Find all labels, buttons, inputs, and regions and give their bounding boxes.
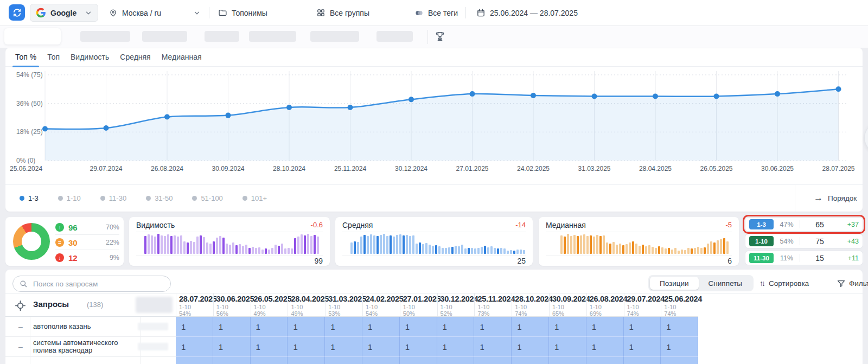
position-cell[interactable]: 1 [512, 317, 549, 337]
position-cell[interactable]: 1 [288, 337, 325, 357]
column-header-28.04.2025[interactable]: 28.04.20251-1049% [288, 293, 325, 317]
redacted-cell [138, 323, 168, 330]
position-cell[interactable] [251, 357, 288, 364]
average-position-card[interactable]: Средняя -14 25 [335, 217, 533, 266]
legend-item-1-10[interactable]: 1-10 [58, 194, 81, 202]
position-cell[interactable] [474, 357, 512, 364]
position-cell[interactable] [586, 357, 624, 364]
chart-tab-2[interactable]: Видимость [71, 48, 109, 67]
toponyms-button[interactable]: Топонимы [218, 0, 267, 25]
position-cell[interactable] [400, 357, 437, 364]
query-search[interactable] [12, 276, 171, 292]
position-cell[interactable]: 1 [512, 337, 549, 357]
position-cell[interactable]: 1 [474, 337, 512, 357]
column-header-30.09.2024[interactable]: 30.09.20241-1065% [549, 293, 586, 317]
column-header-28.07.2025[interactable]: 28.07.20251-1054% [176, 293, 213, 317]
position-cell[interactable]: 1 [325, 337, 362, 357]
positions-tab[interactable]: Позиции [650, 277, 699, 290]
position-cell[interactable] [213, 357, 251, 364]
position-cell[interactable] [437, 357, 475, 364]
column-header-30.06.2025[interactable]: 30.06.20251-1056% [213, 293, 251, 317]
column-header-31.03.2025[interactable]: 31.03.20251-1053% [325, 293, 362, 317]
position-cell[interactable] [325, 357, 362, 364]
position-cell[interactable]: 1 [213, 337, 251, 357]
sort-button[interactable]: ↑↓ Сортировка [760, 275, 809, 291]
position-cell[interactable]: 1 [176, 317, 213, 337]
column-header-29.07.2024[interactable]: 29.07.20241-1074% [624, 293, 661, 317]
position-cell[interactable] [549, 357, 586, 364]
median-position-card[interactable]: Медианная -5 6 [539, 217, 739, 266]
position-cell[interactable]: 1 [362, 317, 400, 337]
position-cell[interactable]: 1 [549, 337, 586, 357]
position-cell[interactable] [661, 357, 698, 364]
position-cell[interactable] [288, 357, 325, 364]
position-cell[interactable]: 1 [586, 317, 624, 337]
column-header-25.06.2024[interactable]: 25.06.20241-1074% [661, 293, 698, 317]
top-percent-chart[interactable]: 54% (75)36% (50)18% (25)0% (0)25.06.2024… [5, 67, 863, 182]
spark-bar [167, 234, 169, 254]
position-cell[interactable]: 1 [213, 317, 251, 337]
position-cell[interactable]: 1 [624, 317, 661, 337]
chart-tab-1[interactable]: Топ [47, 48, 60, 67]
top-range-row-1-3[interactable]: 1-347%65+37 [745, 217, 863, 232]
position-cell[interactable]: 1 [251, 337, 288, 357]
position-cell[interactable]: 1 [288, 317, 325, 337]
trophy-icon[interactable] [434, 30, 446, 42]
position-cell[interactable]: 1 [437, 337, 475, 357]
position-cell[interactable] [512, 357, 549, 364]
position-cell[interactable]: 1 [251, 317, 288, 337]
chart-tab-0[interactable]: Топ % [15, 48, 36, 67]
position-cell[interactable]: 1 [661, 317, 698, 337]
column-header-27.01.2025[interactable]: 27.01.20251-1050% [400, 293, 437, 317]
position-cell[interactable] [176, 357, 213, 364]
position-cell[interactable]: 1 [325, 317, 362, 337]
legend-item-101+[interactable]: 101+ [242, 194, 267, 202]
top-range-row-1-10[interactable]: 1-1054%75+43 [745, 234, 863, 248]
search-engine-select[interactable]: Google [30, 4, 98, 22]
groups-button[interactable]: Все группы [316, 0, 369, 25]
position-cell[interactable]: 1 [661, 337, 698, 357]
position-cell[interactable] [362, 357, 400, 364]
position-cell[interactable]: 1 [586, 337, 624, 357]
date-range-picker[interactable]: 25.06.2024 — 28.07.2025 [476, 0, 578, 25]
legend-item-1-3[interactable]: 1-3 [20, 194, 39, 202]
visibility-card[interactable]: Видимость -0.6 99 [129, 217, 330, 266]
snippets-tab[interactable]: Сниппеты [699, 277, 752, 290]
query-cell[interactable]: системы автоматического полива краснодар [33, 339, 136, 354]
position-cell[interactable] [624, 357, 661, 364]
range-badge: 11-30 [749, 253, 774, 263]
position-cell[interactable]: 1 [474, 317, 512, 337]
target-crosshair-icon[interactable] [14, 299, 27, 312]
chart-tab-4[interactable]: Медианная [162, 48, 202, 67]
position-cell[interactable]: 1 [549, 317, 586, 337]
search-input[interactable] [32, 279, 164, 289]
refresh-button[interactable] [9, 4, 25, 21]
position-cell[interactable]: 1 [400, 317, 437, 337]
spark-bar [481, 247, 483, 254]
position-cell[interactable]: 1 [176, 337, 213, 357]
tags-button[interactable]: Все теги [414, 0, 458, 25]
query-cell[interactable]: автополив казань [33, 323, 136, 330]
column-header-26.08.2024[interactable]: 26.08.20241-1069% [586, 293, 624, 317]
column-header-25.11.2024[interactable]: 25.11.20241-1073% [474, 293, 512, 317]
divider [800, 254, 800, 262]
column-header-26.05.2025[interactable]: 26.05.20251-1049% [251, 293, 288, 317]
top-range-row-11-30[interactable]: 11-3011%15+11 [745, 251, 863, 265]
position-cell[interactable]: 1 [624, 337, 661, 357]
position-cell[interactable]: 1 [437, 317, 475, 337]
position-cell[interactable]: 1 [400, 337, 437, 357]
position-cells: 11111111111111 [176, 317, 698, 337]
legend-item-11-30[interactable]: 11-30 [100, 194, 126, 202]
order-button[interactable]: → Порядок [795, 184, 868, 212]
region-select[interactable]: Москва / ru [108, 0, 201, 25]
scroll-right-button[interactable] [864, 122, 868, 154]
column-header-28.10.2024[interactable]: 28.10.20241-1074% [512, 293, 549, 317]
range-percent: 47% [777, 221, 796, 228]
column-header-30.12.2024[interactable]: 30.12.20241-1052% [437, 293, 475, 317]
legend-item-51-100[interactable]: 51-100 [192, 194, 222, 202]
position-cell[interactable]: 1 [362, 337, 400, 357]
filter-button[interactable]: Фильтр [837, 275, 868, 291]
legend-item-31-50[interactable]: 31-50 [146, 194, 173, 202]
chart-tab-3[interactable]: Средняя [120, 48, 150, 67]
column-header-24.02.2025[interactable]: 24.02.20251-1054% [362, 293, 400, 317]
